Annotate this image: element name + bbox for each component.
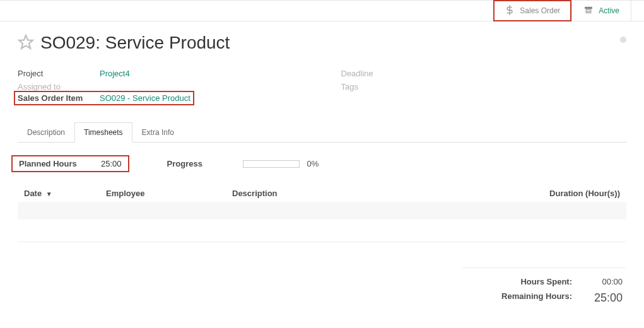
table-header-row: Date ▼ Employee Description Duration (Ho… (18, 185, 626, 202)
hours-spent-label: Hours Spent: (466, 277, 572, 286)
progress-bar (243, 160, 300, 168)
progress-pct: 0% (307, 159, 319, 168)
remaining-hours-value: 25:00 (585, 291, 623, 305)
remaining-hours-row: Remaining Hours: 25:00 (462, 289, 626, 307)
field-tags: Tags (341, 80, 627, 93)
svg-rect-0 (585, 6, 592, 8)
svg-marker-3 (19, 35, 33, 49)
sales-order-item-highlight: Sales Order Item SO029 - Service Product (14, 91, 194, 105)
sales-order-item-label: Sales Order Item (18, 93, 100, 103)
col-duration[interactable]: Duration (Hour(s)) (513, 185, 626, 202)
planned-hours-wrap: Planned Hours 25:00 (18, 155, 129, 172)
assigned-to-label: Assigned to (18, 82, 100, 91)
col-date-label: Date (24, 189, 42, 198)
sales-order-label: Sales Order (520, 6, 560, 15)
table-bottom-row (18, 241, 626, 242)
fields-left-col: Project Project4 Assigned to Sales Order… (18, 67, 303, 103)
star-icon[interactable] (18, 34, 34, 52)
fields-right-col: Deadline Tags (341, 67, 627, 103)
archive-icon (583, 5, 594, 17)
sales-order-button[interactable]: Sales Order (493, 0, 571, 21)
top-stat-bar: Sales Order Active (0, 0, 644, 21)
hours-spent-value: 00:00 (585, 277, 623, 286)
table-row[interactable] (18, 202, 626, 220)
planned-hours-value[interactable]: 25:00 (101, 159, 122, 168)
field-sales-order-item: Sales Order Item SO029 - Service Product (18, 93, 190, 103)
form-view: SO029: Service Product Project Project4 … (0, 21, 644, 320)
tab-bar: Description Timesheets Extra Info (18, 122, 626, 143)
field-deadline: Deadline (341, 67, 627, 80)
svg-rect-1 (586, 9, 592, 13)
timesheet-summary-row: Planned Hours 25:00 Progress 0% (18, 155, 626, 172)
tags-label: Tags (341, 82, 423, 91)
page-title: SO029: Service Product (40, 33, 230, 53)
sort-desc-icon: ▼ (46, 190, 52, 197)
tab-timesheets[interactable]: Timesheets (74, 122, 132, 143)
active-toggle[interactable]: Active (571, 1, 631, 21)
kanban-state-dot[interactable] (620, 37, 626, 43)
table-gap-row (18, 220, 626, 241)
sales-order-item-value[interactable]: SO029 - Service Product (100, 93, 190, 103)
tab-extra-info[interactable]: Extra Info (132, 122, 184, 143)
hours-spent-row: Hours Spent: 00:00 (462, 274, 626, 289)
remaining-hours-label: Remaining Hours: (466, 291, 572, 305)
totals-block: Hours Spent: 00:00 Remaining Hours: 25:0… (462, 267, 626, 307)
title-row: SO029: Service Product (18, 33, 626, 53)
col-date[interactable]: Date ▼ (18, 185, 100, 202)
col-employee[interactable]: Employee (100, 185, 226, 202)
timesheet-table: Date ▼ Employee Description Duration (Ho… (18, 185, 626, 242)
field-project: Project Project4 (18, 67, 303, 80)
planned-hours-highlight: Planned Hours 25:00 (11, 155, 129, 172)
planned-hours-label: Planned Hours (19, 159, 101, 168)
project-label: Project (18, 69, 100, 78)
svg-rect-2 (587, 10, 590, 11)
deadline-label: Deadline (341, 69, 423, 78)
col-description[interactable]: Description (226, 185, 513, 202)
dollar-icon (505, 5, 515, 17)
progress-label: Progress (167, 159, 230, 168)
progress-wrap: Progress 0% (167, 155, 626, 172)
project-value[interactable]: Project4 (100, 69, 130, 78)
fields-grid: Project Project4 Assigned to Sales Order… (18, 67, 626, 103)
tab-description[interactable]: Description (18, 122, 74, 143)
active-label: Active (599, 6, 619, 15)
